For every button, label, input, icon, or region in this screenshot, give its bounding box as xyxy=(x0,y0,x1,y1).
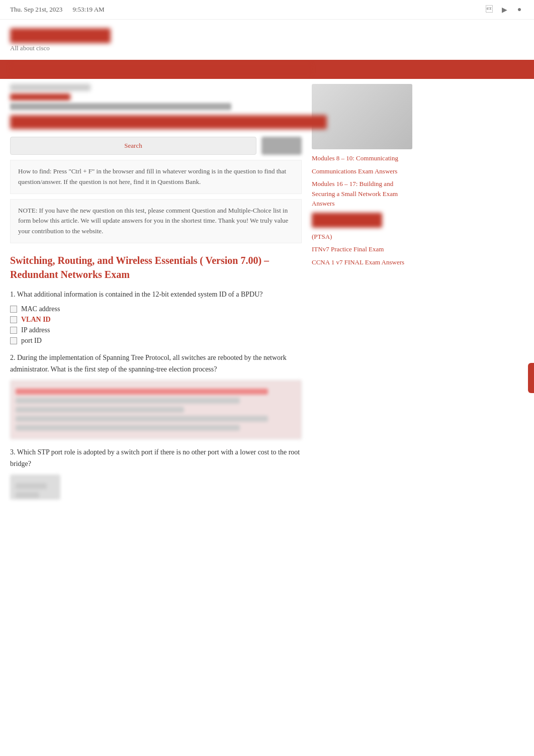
answer-1-2: VLAN ID xyxy=(10,316,302,324)
top-bar-social:  ▶ ● xyxy=(485,5,524,14)
question-3-number: 3. xyxy=(10,448,17,456)
sidebar: Modules 8 – 10: Communicating Communicat… xyxy=(312,84,412,504)
main-nav[interactable] xyxy=(0,60,534,79)
sidebar-blurred-block xyxy=(312,213,382,228)
breadcrumb-blurred-2 xyxy=(10,93,70,101)
facebook-icon[interactable]:  xyxy=(485,5,494,14)
scroll-indicator xyxy=(528,363,534,393)
answer-text-1-2: VLAN ID xyxy=(21,316,51,324)
search-label: Search xyxy=(124,142,142,150)
question-2-number: 2. xyxy=(10,354,17,361)
question-1-text: 1. What additional information is contai… xyxy=(10,289,302,300)
sidebar-link-5[interactable]: ITNv7 Practice Final Exam xyxy=(312,244,412,254)
breadcrumb-area xyxy=(10,84,302,110)
site-tagline: All about cisco xyxy=(10,44,524,52)
answer-text-1-1: MAC address xyxy=(21,305,60,313)
action-bar: Search xyxy=(10,137,302,155)
question-3-text: 3. Which STP port role is adopted by a s… xyxy=(10,447,302,469)
time-display: 9:53:19 AM xyxy=(72,6,104,14)
top-bar: Thu. Sep 21st, 2023 9:53:19 AM  ▶ ● xyxy=(0,0,534,20)
nav-items-blurred xyxy=(10,64,312,74)
answer-1-4: port ID xyxy=(10,337,302,345)
question-3: 3. Which STP port role is adopted by a s… xyxy=(10,447,302,500)
checkbox-1-3[interactable] xyxy=(10,327,17,334)
find-tip-text: How to find: Press "Ctrl + F" in the bro… xyxy=(18,167,286,185)
sidebar-link-4[interactable]: (PTSA) xyxy=(312,232,412,242)
twitter-icon[interactable]: ▶ xyxy=(500,5,509,14)
question-2: 2. During the implementation of Spanning… xyxy=(10,352,302,439)
article-title: Switching, Routing, and Wireless Essenti… xyxy=(10,253,302,281)
checkbox-1-4[interactable] xyxy=(10,337,17,344)
sidebar-link-3[interactable]: Modules 16 – 17: Building and Securing a… xyxy=(312,179,412,209)
sidebar-link-1[interactable]: Modules 8 – 10: Communicating xyxy=(312,153,412,163)
site-title[interactable] xyxy=(10,27,111,42)
breadcrumb-blurred-1 xyxy=(10,84,91,91)
sidebar-link-2[interactable]: Communications Exam Answers xyxy=(312,166,412,176)
question-2-text: 2. During the implementation of Spanning… xyxy=(10,352,302,375)
answer-1-1: MAC address xyxy=(10,305,302,313)
questions-bank-button[interactable] xyxy=(261,137,302,155)
article-header-blurred xyxy=(10,115,327,129)
top-bar-meta: Thu. Sep 21st, 2023 9:53:19 AM xyxy=(10,6,105,14)
search-bar[interactable]: Search xyxy=(10,137,256,155)
answer-text-1-3: IP address xyxy=(21,326,50,334)
sidebar-image xyxy=(312,84,412,149)
question-3-answers-blurred xyxy=(10,475,60,500)
answer-text-1-4: port ID xyxy=(21,337,42,345)
checkbox-1-2[interactable] xyxy=(10,316,17,323)
sidebar-link-6[interactable]: CCNA 1 v7 FINAL Exam Answers xyxy=(312,257,412,267)
content-wrapper: Search How to find: Press "Ctrl + F" in … xyxy=(0,84,534,504)
find-tip-box: How to find: Press "Ctrl + F" in the bro… xyxy=(10,160,302,194)
rss-icon[interactable]: ● xyxy=(515,5,524,14)
breadcrumb-line xyxy=(10,103,231,110)
question-1-number: 1. xyxy=(10,291,17,298)
question-2-answers-blurred xyxy=(10,380,302,439)
question-1: 1. What additional information is contai… xyxy=(10,289,302,345)
checkbox-1-1[interactable] xyxy=(10,306,17,313)
date-display: Thu. Sep 21st, 2023 xyxy=(10,6,62,14)
note-text: NOTE: If you have the new question on th… xyxy=(18,207,288,235)
site-header: All about cisco xyxy=(0,20,534,55)
main-content: Search How to find: Press "Ctrl + F" in … xyxy=(10,84,302,504)
answer-1-3: IP address xyxy=(10,326,302,334)
note-box: NOTE: If you have the new question on th… xyxy=(10,199,302,243)
